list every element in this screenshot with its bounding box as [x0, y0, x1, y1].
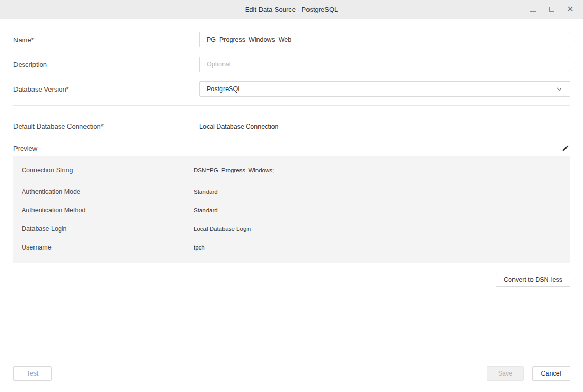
preview-row-label: Username [13, 244, 194, 251]
close-button[interactable]: ✕ [563, 3, 577, 16]
preview-row-auth-mode: Authentication Mode Standard [13, 183, 570, 201]
default-connection-value: Local Database Connection [199, 123, 279, 130]
database-version-row: Database Version* PostgreSQL [13, 81, 570, 97]
description-label: Description [13, 61, 199, 68]
preview-row-value: DSN=PG_Progress_Windows; [194, 167, 274, 173]
preview-row-value: Standard [194, 207, 218, 213]
preview-row-username: Username tpch [13, 238, 570, 257]
maximize-button[interactable] [545, 3, 558, 16]
close-icon: ✕ [567, 5, 573, 13]
name-label: Name* [13, 36, 199, 44]
name-row: Name* [13, 32, 570, 47]
preview-row-value: Local Database Login [194, 226, 251, 232]
default-connection-label: Default Database Connection* [13, 122, 199, 130]
preview-row-value: Standard [194, 189, 218, 195]
preview-row-label: Authentication Mode [13, 188, 194, 195]
preview-row-value: tpch [194, 244, 205, 251]
edit-data-source-dialog: Edit Data Source - PostgreSQL ✕ Name* De… [0, 0, 583, 287]
preview-row-auth-method: Authentication Method Standard [13, 201, 570, 220]
edit-preview-button[interactable] [561, 144, 570, 153]
pencil-icon [562, 145, 569, 152]
dialog-title: Edit Data Source - PostgreSQL [245, 6, 338, 13]
section-divider [13, 105, 570, 106]
database-version-value: PostgreSQL [207, 85, 242, 93]
preview-row-label: Database Login [13, 225, 194, 233]
dialog-titlebar: Edit Data Source - PostgreSQL ✕ [0, 0, 583, 19]
preview-panel: Connection String DSN=PG_Progress_Window… [13, 156, 570, 263]
database-version-select[interactable]: PostgreSQL [199, 81, 570, 97]
default-connection-row: Default Database Connection* Local Datab… [13, 122, 570, 130]
cancel-button[interactable]: Cancel [532, 366, 570, 381]
save-button[interactable]: Save [487, 366, 524, 381]
preview-row-label: Authentication Method [13, 207, 194, 214]
convert-to-dsnless-button[interactable]: Convert to DSN-less [496, 273, 570, 287]
preview-header: Preview [13, 144, 570, 153]
convert-row: Convert to DSN-less [13, 273, 570, 287]
window-controls: ✕ [526, 0, 577, 19]
maximize-icon [549, 7, 554, 12]
preview-row-connection-string: Connection String DSN=PG_Progress_Window… [13, 161, 570, 181]
dialog-body: Name* Description Database Version* Post… [0, 19, 583, 287]
description-row: Description [13, 57, 570, 72]
preview-row-database-login: Database Login Local Database Login [13, 220, 570, 238]
preview-row-label: Connection String [13, 167, 194, 174]
name-input[interactable] [199, 32, 570, 47]
description-input[interactable] [199, 57, 570, 72]
minimize-icon [530, 11, 536, 12]
database-version-label: Database Version* [13, 85, 199, 93]
dialog-footer: Test Save Cancel [13, 366, 570, 381]
chevron-down-icon [557, 86, 562, 92]
test-button[interactable]: Test [13, 366, 52, 381]
preview-label: Preview [13, 145, 37, 152]
minimize-button[interactable] [526, 3, 540, 16]
